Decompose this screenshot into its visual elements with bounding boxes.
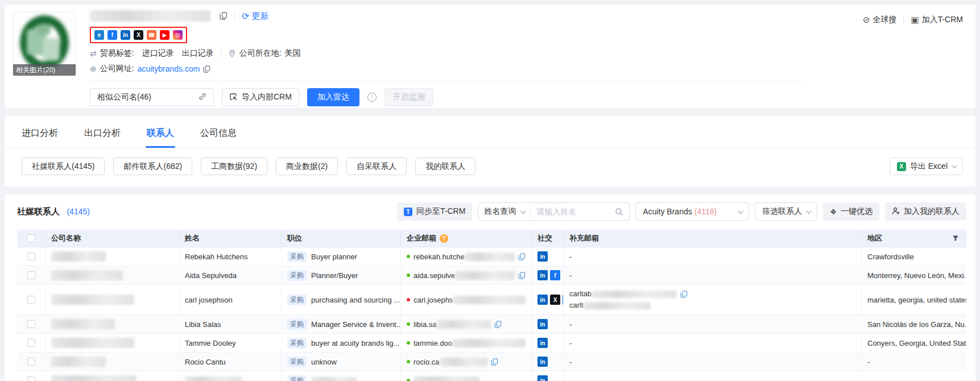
email-status-dot: [407, 341, 410, 345]
tab-联系人[interactable]: 联系人: [147, 127, 174, 148]
job-title-cell: 采购Manager Service & Invent...: [282, 315, 401, 333]
select-all-checkbox[interactable]: [27, 234, 35, 242]
social-links-box: efinX☎▶◎: [90, 27, 187, 43]
copy-email-icon[interactable]: [494, 321, 502, 328]
role-tag: 采购: [287, 357, 307, 367]
email-text: aida.sepulve: [413, 271, 455, 280]
info-circle-icon[interactable]: !: [367, 93, 377, 102]
copy-company-name-icon[interactable]: [220, 12, 228, 20]
filter-button-社媒联系人(4145)[interactable]: 社媒联系人(4145): [22, 158, 105, 175]
website-link[interactable]: acuitybrands.com: [138, 64, 200, 73]
name-search-input[interactable]: [531, 207, 615, 216]
company-name-cell: [46, 315, 179, 333]
role-tag: 采购: [287, 338, 307, 349]
redacted-blur: [51, 295, 134, 305]
youtube-icon[interactable]: ▶: [160, 30, 169, 40]
one-click-select-button[interactable]: ❖ 一键优选: [823, 202, 879, 221]
x-twitter-icon[interactable]: X: [550, 295, 560, 305]
browser-icon[interactable]: e: [94, 30, 104, 40]
copy-email-icon[interactable]: [518, 272, 526, 279]
job-title-cell: 采购Buyer planner: [282, 247, 401, 266]
copy-website-icon[interactable]: [203, 65, 210, 73]
row-checkbox[interactable]: [27, 376, 35, 381]
row-checkbox[interactable]: [27, 339, 35, 347]
copy-email-icon[interactable]: [491, 358, 498, 366]
linkedin-icon[interactable]: in: [121, 30, 130, 40]
filter-funnel-icon[interactable]: [952, 235, 959, 242]
linkedin-icon[interactable]: in: [537, 251, 548, 262]
trade-tag-import[interactable]: 进口记录: [142, 48, 174, 59]
export-excel-button[interactable]: X 导出 Excel: [890, 158, 963, 175]
related-images-badge[interactable]: 相关图片(20): [13, 64, 76, 76]
social-icons-cell: inXf: [532, 285, 564, 314]
row-checkbox[interactable]: [27, 296, 35, 304]
company-name-cell: [46, 247, 179, 266]
tab-出口分析[interactable]: 出口分析: [84, 127, 121, 148]
linkedin-icon[interactable]: in: [537, 270, 548, 280]
linkedin-icon[interactable]: in: [537, 319, 548, 329]
chevron-down-icon: [952, 163, 957, 168]
filter-button-工商数据(92)[interactable]: 工商数据(92): [201, 158, 267, 175]
row-checkbox[interactable]: [27, 320, 35, 328]
email-status-dot: [407, 255, 410, 258]
search-icon[interactable]: [615, 208, 629, 216]
trade-tag-export[interactable]: 出口记录: [182, 48, 214, 59]
filter-button-我的联系人[interactable]: 我的联系人: [415, 158, 475, 175]
facebook-icon[interactable]: f: [107, 30, 117, 40]
globe-icon: ⊕: [90, 64, 97, 73]
global-search-button[interactable]: ⊘ 全球搜: [863, 15, 897, 25]
divider: [90, 81, 805, 81]
help-icon[interactable]: ?: [440, 234, 448, 243]
add-my-contacts-button[interactable]: 加入我的联系人: [885, 202, 966, 221]
company-name-redacted: [90, 10, 210, 22]
name-query-dropdown[interactable]: 姓名查询: [478, 203, 531, 220]
x-twitter-icon[interactable]: X: [134, 30, 143, 40]
import-internal-crm-button[interactable]: 导入内部CRM: [222, 88, 299, 106]
job-title-cell: 采购unknow: [282, 353, 401, 371]
table-row: Rebekah Hutchens采购Buyer plannerrebekah.h…: [17, 247, 966, 266]
website-label: 公司网址:: [100, 64, 134, 74]
table-header-row: 公司名称姓名职位企业邮箱?社交补充邮箱地区: [17, 230, 966, 247]
email-text: libia.sa: [413, 320, 436, 329]
join-tcrm-button[interactable]: ▣ 加入T-CRM: [911, 15, 963, 25]
linkedin-icon[interactable]: in: [537, 338, 548, 348]
redacted-blur: [452, 339, 526, 347]
copy-email-icon[interactable]: [518, 253, 526, 260]
linkedin-icon[interactable]: in: [537, 357, 548, 367]
company-select[interactable]: Acuity Brands(4118): [635, 202, 749, 221]
column-header-企业邮箱: 企业邮箱?: [401, 230, 532, 247]
row-checkbox[interactable]: [27, 271, 35, 279]
section-count: (4145): [67, 207, 89, 216]
filter-button-商业数据(2)[interactable]: 商业数据(2): [276, 158, 338, 175]
company-name-cell: [46, 371, 179, 381]
redacted-blur: [51, 338, 134, 348]
linkedin-icon[interactable]: in: [537, 295, 548, 305]
tab-进口分析[interactable]: 进口分析: [22, 127, 58, 148]
role-tag: 采购: [287, 319, 307, 330]
facebook-icon[interactable]: f: [550, 270, 560, 280]
update-button[interactable]: 更新: [251, 11, 268, 22]
sync-tcrm-button[interactable]: T 同步至T-CRM: [397, 202, 472, 221]
phone-icon[interactable]: ☎: [147, 30, 156, 40]
company-name-cell: [46, 285, 179, 314]
row-checkbox-cell: [17, 334, 46, 352]
column-header-公司名称: 公司名称: [46, 230, 179, 247]
filter-button-自采联系人[interactable]: 自采联系人: [346, 158, 407, 175]
region-cell: [862, 371, 966, 381]
table-row: Libia Salas采购Manager Service & Invent...…: [17, 315, 966, 334]
row-checkbox[interactable]: [27, 252, 35, 260]
tab-公司信息[interactable]: 公司信息: [200, 127, 237, 148]
extra-email-cell: carltabcarlt: [564, 285, 862, 314]
role-tag: 采购: [287, 270, 307, 281]
similar-companies-button[interactable]: 相似公司名(46): [90, 88, 214, 106]
filter-contacts-dropdown[interactable]: 筛选联系人: [755, 202, 817, 221]
start-monitor-button[interactable]: 开启监测: [384, 88, 433, 106]
company-logo[interactable]: 相关图片(20): [13, 11, 76, 76]
role-tag: 采购: [287, 295, 307, 305]
row-checkbox[interactable]: [27, 358, 35, 366]
linkedin-icon[interactable]: in: [537, 375, 548, 381]
copy-extra-email-icon[interactable]: [680, 291, 688, 298]
filter-button-邮件联系人(682)[interactable]: 邮件联系人(682): [113, 158, 192, 175]
instagram-icon[interactable]: ◎: [173, 30, 183, 40]
add-radar-button[interactable]: 加入雷达: [307, 88, 359, 106]
